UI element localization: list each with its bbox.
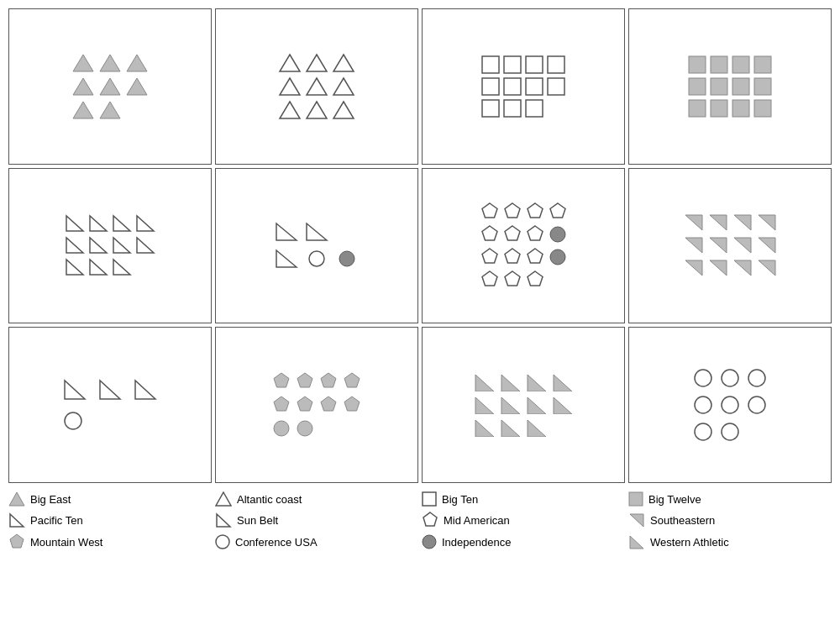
svg-marker-68 xyxy=(482,271,497,286)
svg-marker-2 xyxy=(127,55,147,71)
svg-marker-8 xyxy=(280,55,300,71)
svg-marker-105 xyxy=(475,420,494,437)
svg-marker-89 xyxy=(321,373,336,387)
legend-conference-usa: Conference USA xyxy=(215,533,418,550)
svg-marker-100 xyxy=(554,375,572,391)
svg-marker-102 xyxy=(501,397,520,414)
svg-rect-36 xyxy=(689,100,706,117)
legend: Big East Altantic coast Big Ten Big Twel… xyxy=(8,491,832,550)
legend-independence-label: Independence xyxy=(442,536,511,549)
legend-big-twelve-label: Big Twelve xyxy=(648,493,701,506)
svg-marker-75 xyxy=(685,238,702,253)
cell-mountain-west xyxy=(8,327,212,483)
svg-point-111 xyxy=(695,397,711,413)
legend-big-ten-label: Big Ten xyxy=(442,493,478,506)
legend-western-athletic: Western Athletic xyxy=(628,533,832,550)
legend-independence: Independence xyxy=(422,533,625,550)
cell-independence xyxy=(628,327,832,483)
svg-marker-74 xyxy=(759,215,775,230)
svg-marker-73 xyxy=(734,215,751,230)
svg-rect-119 xyxy=(629,492,643,506)
svg-marker-117 xyxy=(216,492,231,506)
cell-big-east xyxy=(8,8,212,165)
svg-marker-97 xyxy=(475,375,494,391)
svg-rect-21 xyxy=(482,78,499,95)
svg-marker-16 xyxy=(333,102,354,118)
svg-marker-81 xyxy=(734,260,751,276)
legend-pacific-ten-label: Pacific Ten xyxy=(30,514,83,527)
svg-rect-19 xyxy=(526,56,543,73)
svg-marker-82 xyxy=(759,260,775,276)
svg-marker-64 xyxy=(482,249,497,263)
svg-rect-33 xyxy=(711,78,727,95)
legend-big-east-label: Big East xyxy=(30,493,71,506)
svg-rect-39 xyxy=(754,100,771,117)
cell-atlantic-coast xyxy=(215,8,418,165)
svg-marker-44 xyxy=(66,238,83,253)
svg-marker-79 xyxy=(685,260,702,276)
svg-marker-50 xyxy=(113,260,130,275)
svg-marker-14 xyxy=(280,102,300,118)
main-grid xyxy=(8,8,832,483)
svg-rect-24 xyxy=(548,78,564,95)
svg-marker-87 xyxy=(274,373,289,387)
cell-big-twelve xyxy=(628,8,832,165)
svg-point-86 xyxy=(65,412,81,429)
svg-marker-56 xyxy=(482,203,497,218)
svg-point-115 xyxy=(722,423,738,440)
svg-point-63 xyxy=(550,227,565,242)
svg-marker-72 xyxy=(710,215,727,230)
svg-marker-104 xyxy=(554,397,572,414)
svg-marker-90 xyxy=(344,373,360,387)
svg-marker-116 xyxy=(9,492,24,506)
svg-marker-6 xyxy=(73,102,93,118)
svg-point-112 xyxy=(722,397,738,413)
svg-rect-26 xyxy=(504,100,521,117)
cell-conference-usa xyxy=(215,327,418,483)
svg-marker-69 xyxy=(505,271,520,286)
legend-western-athletic-label: Western Athletic xyxy=(650,536,729,549)
svg-marker-107 xyxy=(528,420,546,437)
svg-marker-80 xyxy=(710,260,727,276)
cell-sun-belt xyxy=(215,168,418,324)
svg-marker-127 xyxy=(630,536,643,549)
svg-marker-123 xyxy=(630,514,643,527)
svg-rect-31 xyxy=(754,56,771,73)
svg-marker-5 xyxy=(127,78,147,95)
svg-marker-101 xyxy=(475,397,494,414)
legend-atlantic-coast: Altantic coast xyxy=(215,491,418,507)
svg-marker-71 xyxy=(685,215,702,230)
svg-point-125 xyxy=(216,535,229,549)
svg-point-113 xyxy=(748,397,765,413)
svg-marker-124 xyxy=(10,534,24,548)
svg-marker-122 xyxy=(423,512,437,526)
svg-marker-3 xyxy=(73,78,93,95)
svg-rect-29 xyxy=(711,56,727,73)
legend-southeastern: Southeastern xyxy=(628,512,832,528)
svg-marker-52 xyxy=(307,223,327,240)
svg-marker-47 xyxy=(137,238,154,253)
legend-mountain-west-label: Mountain West xyxy=(30,536,102,549)
legend-mid-american: Mid American xyxy=(422,512,625,528)
svg-marker-51 xyxy=(276,223,297,240)
svg-rect-118 xyxy=(423,492,436,506)
svg-rect-27 xyxy=(526,100,543,117)
svg-point-95 xyxy=(274,421,289,436)
svg-marker-84 xyxy=(100,381,120,399)
svg-point-55 xyxy=(339,251,354,266)
svg-marker-15 xyxy=(307,102,327,118)
svg-marker-48 xyxy=(66,260,83,275)
legend-big-east: Big East xyxy=(8,491,212,507)
svg-marker-66 xyxy=(528,249,543,263)
svg-point-54 xyxy=(309,251,324,266)
svg-marker-62 xyxy=(528,226,543,240)
svg-rect-32 xyxy=(689,78,706,95)
svg-marker-120 xyxy=(10,514,24,527)
svg-marker-98 xyxy=(501,375,520,391)
legend-atlantic-coast-label: Altantic coast xyxy=(237,493,302,506)
svg-rect-23 xyxy=(526,78,543,95)
legend-mountain-west: Mountain West xyxy=(8,533,212,550)
svg-rect-38 xyxy=(732,100,749,117)
svg-point-114 xyxy=(695,423,711,440)
svg-marker-49 xyxy=(90,260,107,275)
